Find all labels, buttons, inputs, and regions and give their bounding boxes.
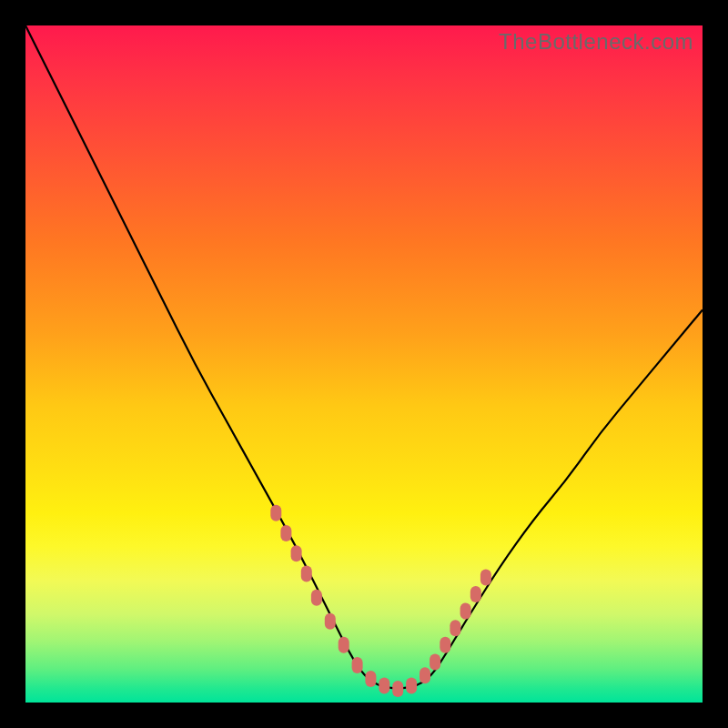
- highlight-point: [406, 677, 417, 693]
- highlight-point: [440, 637, 450, 653]
- chart-container: TheBottleneck.com: [0, 0, 728, 728]
- highlight-point: [280, 525, 291, 541]
- watermark-text: TheBottleneck.com: [499, 29, 693, 55]
- highlight-point: [301, 566, 312, 582]
- highlight-points-layer: [25, 25, 703, 703]
- highlight-point: [420, 667, 430, 683]
- highlight-point: [430, 653, 440, 670]
- highlight-point: [392, 681, 403, 697]
- highlight-point: [450, 620, 460, 636]
- highlight-point: [270, 505, 281, 521]
- highlight-point: [365, 671, 376, 687]
- highlight-point: [291, 545, 302, 561]
- highlight-point: [379, 677, 389, 693]
- highlight-points-group: [270, 505, 491, 697]
- highlight-point: [339, 637, 349, 653]
- highlight-point: [311, 590, 322, 606]
- highlight-point: [460, 603, 471, 620]
- plot-area: TheBottleneck.com: [25, 25, 703, 703]
- highlight-point: [470, 586, 481, 602]
- highlight-point: [352, 657, 363, 673]
- highlight-point: [480, 569, 491, 585]
- highlight-point: [325, 613, 336, 630]
